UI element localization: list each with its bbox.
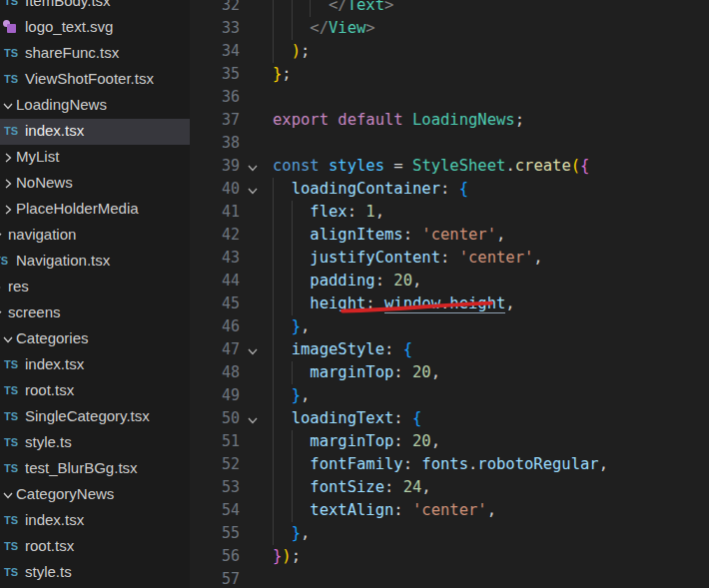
fold-chevron-icon[interactable] [244, 155, 270, 178]
code-text: }); [273, 545, 301, 568]
sidebar-item-categories[interactable]: Categories [0, 326, 190, 352]
code-line[interactable]: 52 fontFamily: fonts.robotoRegular, [190, 453, 709, 476]
code-line[interactable]: 45 height: window.height, [190, 293, 709, 315]
chevron-down-icon [0, 306, 4, 320]
typescript-file-icon: TS [4, 514, 22, 528]
code-line[interactable]: 39const styles = StyleSheet.create({ [190, 155, 709, 178]
line-number: 46 [190, 315, 240, 338]
code-line[interactable]: 32 </Text> [190, 0, 709, 17]
code-lines: 32 </Text>33 </View>34 );35};3637export … [190, 0, 709, 588]
line-number: 34 [190, 40, 240, 63]
sidebar-item-mylist[interactable]: MyList [0, 145, 190, 171]
code-line[interactable]: 35}; [190, 63, 709, 86]
chevron-right-icon [0, 281, 4, 294]
sidebar-item-test-blurbgg-tsx[interactable]: TStest_BlurBGg.tsx [0, 456, 190, 482]
code-line[interactable]: 57 [190, 568, 709, 588]
vscode-window: TSItemBody.tsxlogo_text.svgTSshareFunc.t… [0, 0, 709, 588]
code-line[interactable]: 51 marginTop: 20, [190, 430, 709, 453]
sidebar-item-style-ts[interactable]: TSstyle.ts [0, 430, 190, 456]
code-text: }, [273, 384, 310, 407]
sidebar-item-label: shareFunc.tsx [25, 44, 119, 61]
typescript-file-icon: TS [4, 358, 22, 372]
sidebar-item-navigation[interactable]: navigation [0, 223, 190, 249]
line-number: 41 [190, 201, 240, 224]
code-line[interactable]: 46 }, [190, 315, 709, 338]
typescript-file-icon: TS [0, 255, 12, 269]
fold-chevron-icon[interactable] [244, 178, 270, 201]
line-number: 52 [190, 453, 240, 476]
line-number: 54 [190, 499, 240, 522]
code-text: }, [273, 315, 310, 338]
code-line[interactable]: 55 }, [190, 522, 709, 545]
code-line[interactable]: 37export default LoadingNews; [190, 109, 709, 132]
sidebar-item-index-tsx[interactable]: TSindex.tsx [0, 119, 190, 145]
code-line[interactable]: 42 alignItems: 'center', [190, 224, 709, 247]
sidebar-item-root-tsx[interactable]: TSroot.tsx [0, 534, 190, 560]
sidebar-item-label: LoadingNews [16, 96, 107, 113]
code-text: ); [273, 40, 310, 63]
sidebar-item-singlecategory-tsx[interactable]: TSSingleCategory.tsx [0, 404, 190, 430]
code-line[interactable]: 50 loadingText: { [190, 407, 709, 430]
code-line[interactable]: 40 loadingContainer: { [190, 178, 709, 201]
line-number: 50 [190, 407, 240, 430]
sidebar-item-label: index.tsx [25, 511, 84, 528]
line-number: 53 [190, 476, 240, 499]
line-number: 45 [190, 293, 240, 315]
sidebar-item-itembody-tsx[interactable]: TSItemBody.tsx [0, 0, 190, 15]
sidebar-item-label: res [8, 278, 29, 294]
code-text: loadingText: { [273, 407, 421, 430]
sidebar-item-index-tsx[interactable]: TSindex.tsx [0, 352, 190, 378]
line-number: 47 [190, 338, 240, 361]
sidebar-item-categorynews[interactable]: CategoryNews [0, 482, 190, 508]
sidebar-item-res[interactable]: res [0, 275, 190, 300]
code-line[interactable]: 34 ); [190, 40, 709, 63]
sidebar-item-logo-text-svg[interactable]: logo_text.svg [0, 15, 190, 41]
line-number: 40 [190, 178, 240, 201]
code-line[interactable]: 56}); [190, 545, 709, 568]
code-line[interactable]: 44 padding: 20, [190, 270, 709, 293]
code-text: </View> [273, 17, 375, 40]
code-line[interactable]: 48 marginTop: 20, [190, 361, 709, 384]
code-text: marginTop: 20, [273, 361, 440, 384]
code-line[interactable]: 41 flex: 1, [190, 201, 709, 224]
sidebar-item-label: index.tsx [25, 355, 84, 372]
sidebar-item-label: NoNews [16, 174, 73, 191]
sidebar-item-label: SingleCategory.tsx [25, 407, 150, 424]
code-line[interactable]: 49 }, [190, 384, 709, 407]
chevron-down-icon [1, 332, 15, 346]
fold-chevron-icon[interactable] [244, 338, 270, 361]
line-number: 32 [190, 0, 240, 17]
typescript-file-icon: TS [4, 47, 22, 61]
sidebar-item-label: ItemBody.tsx [25, 0, 111, 9]
sidebar-item-sharefunc-tsx[interactable]: TSshareFunc.tsx [0, 41, 190, 67]
sidebar-item-viewshotfooter-tsx[interactable]: TSViewShotFooter.tsx [0, 67, 190, 93]
sidebar-item-navigation-tsx[interactable]: TSNavigation.tsx [0, 249, 190, 275]
code-line[interactable]: 38 [190, 132, 709, 155]
code-line[interactable]: 54 textAlign: 'center', [190, 499, 709, 522]
sidebar-item-index-tsx[interactable]: TSindex.tsx [0, 508, 190, 534]
svg-image-file-icon [3, 20, 19, 36]
code-text: }, [273, 522, 310, 545]
sidebar-item-label: screens [8, 303, 61, 320]
code-text: }; [273, 63, 292, 86]
sidebar-item-nonews[interactable]: NoNews [0, 171, 190, 197]
code-line[interactable]: 33 </View> [190, 17, 709, 40]
sidebar-item-screens[interactable]: screens [0, 300, 190, 326]
chevron-down-icon [1, 99, 15, 113]
sidebar-item-loadingnews[interactable]: LoadingNews [0, 93, 190, 119]
code-line[interactable]: 53 fontSize: 24, [190, 476, 709, 499]
fold-chevron-icon[interactable] [244, 407, 270, 430]
line-number: 36 [190, 86, 240, 109]
sidebar-item-style-ts[interactable]: TSstyle.ts [0, 560, 190, 586]
code-text: fontFamily: fonts.robotoRegular, [273, 453, 608, 476]
chevron-down-icon [0, 229, 4, 243]
code-line[interactable]: 47 imageStyle: { [190, 338, 709, 361]
typescript-file-icon: TS [4, 436, 22, 450]
sidebar-item-root-tsx[interactable]: TSroot.tsx [0, 378, 190, 404]
code-line[interactable]: 36 [190, 86, 709, 109]
line-number: 57 [190, 568, 240, 588]
code-editor[interactable]: 32 </Text>33 </View>34 );35};3637export … [190, 0, 709, 588]
code-line[interactable]: 43 justifyContent: 'center', [190, 247, 709, 270]
typescript-file-icon: TS [4, 566, 22, 580]
sidebar-item-placeholdermedia[interactable]: PlaceHolderMedia [0, 197, 190, 223]
